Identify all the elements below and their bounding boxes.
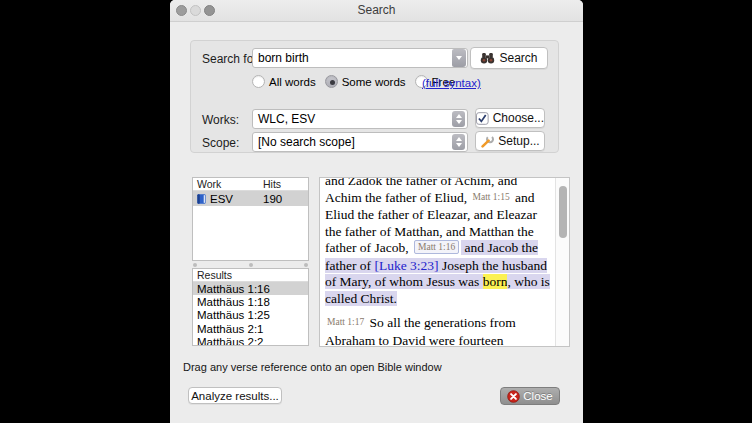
full-syntax-link[interactable]: (full syntax) <box>422 77 481 89</box>
hit-count: 190 <box>263 193 282 205</box>
search-button-label: Search <box>499 51 537 65</box>
results-header: Results <box>193 269 308 282</box>
binoculars-icon <box>480 52 495 64</box>
works-label: Works: <box>202 113 239 127</box>
hits-table-row[interactable]: ESV190 <box>193 191 308 206</box>
traffic-lights <box>176 5 215 16</box>
radio-icon <box>325 75 338 88</box>
search-input-combo <box>252 48 468 68</box>
result-item[interactable]: Matthäus 1:25 <box>193 309 308 322</box>
search-input[interactable] <box>253 49 452 67</box>
checkbox-checked-icon <box>476 112 489 125</box>
scope-setup-button[interactable]: Setup... <box>475 131 545 151</box>
cross-reference-link[interactable]: [Luke 3:23] <box>374 258 438 273</box>
window-title: Search <box>170 0 583 21</box>
setup-button-label: Setup... <box>498 134 539 148</box>
scope-popup[interactable]: [No search scope] <box>252 132 468 152</box>
minimize-window-button[interactable] <box>190 5 201 16</box>
verse-text-pane: and Zadok the father of Achim, and Achim… <box>319 177 570 347</box>
verse-reference-label[interactable]: Matt 1:17 <box>325 317 366 327</box>
search-button[interactable]: Search <box>470 47 548 69</box>
scrollbar-thumb[interactable] <box>559 186 567 238</box>
results-list: Results Matthäus 1:16Matthäus 1:18Matthä… <box>192 268 309 346</box>
panel-splitter[interactable] <box>192 261 309 268</box>
result-item[interactable]: Matthäus 2:1 <box>193 322 308 335</box>
close-window-button[interactable] <box>176 5 187 16</box>
verse-text-content[interactable]: and Zadok the father of Achim, and Achim… <box>320 178 555 346</box>
close-button[interactable]: Close <box>500 387 560 405</box>
close-button-label: Close <box>523 390 552 402</box>
results-items: Matthäus 1:16Matthäus 1:18Matthäus 1:25M… <box>193 282 308 346</box>
splitter-handle <box>249 263 253 267</box>
verse-paragraph: and Zadok the father of Achim, and Achim… <box>325 178 552 307</box>
search-window: Search Search for: <box>170 0 583 423</box>
splitter-handle <box>193 263 197 267</box>
works-popup[interactable]: WLC, ESV <box>252 109 468 129</box>
result-item[interactable]: Matthäus 1:18 <box>193 295 308 308</box>
choose-button-label: Choose... <box>493 111 544 125</box>
hits-table: Work Hits ESV190 <box>192 177 309 261</box>
verse-reference-label[interactable]: Matt 1:15 <box>470 192 511 202</box>
desktop-background: Search Search for: <box>0 0 752 423</box>
works-popup-value: WLC, ESV <box>253 112 452 126</box>
choose-works-button[interactable]: Choose... <box>475 108 545 128</box>
radio-all-words[interactable]: All words <box>252 75 316 88</box>
verse-paragraph: Matt 1:17 So all the generations from Ab… <box>325 315 552 346</box>
search-hit-highlight: born <box>483 274 508 289</box>
work-name: ESV <box>210 193 233 205</box>
chevron-down-icon <box>456 56 462 60</box>
radio-label: Some words <box>342 76 406 88</box>
radio-label: All words <box>269 76 316 88</box>
drag-hint-text: Drag any verse reference onto an open Bi… <box>183 361 442 373</box>
search-options-panel: Search for: Search <box>190 40 559 153</box>
up-down-stepper-icon <box>452 111 465 127</box>
splitter-handle <box>304 263 308 267</box>
result-item[interactable]: Matthäus 1:16 <box>193 282 308 295</box>
scope-label: Scope: <box>202 136 239 150</box>
search-history-dropdown-button[interactable] <box>452 49 466 67</box>
column-header-work[interactable]: Work <box>193 178 263 190</box>
scope-popup-value: [No search scope] <box>253 135 452 149</box>
wrench-icon <box>480 135 494 148</box>
column-header-hits[interactable]: Hits <box>263 178 281 190</box>
radio-some-words[interactable]: Some words <box>325 75 406 88</box>
hits-table-header[interactable]: Work Hits <box>193 178 308 191</box>
vertical-scrollbar[interactable] <box>555 178 569 346</box>
analyze-results-button[interactable]: Analyze results... <box>188 387 282 404</box>
up-down-stepper-icon <box>452 134 465 150</box>
window-titlebar[interactable]: Search <box>170 0 583 22</box>
selected-verse-reference[interactable]: Matt 1:16 <box>414 240 459 254</box>
zoom-window-button[interactable] <box>204 5 215 16</box>
result-item[interactable]: Matthäus 2:2 <box>193 335 308 346</box>
book-icon <box>196 193 207 205</box>
radio-icon <box>252 75 265 88</box>
hits-table-rows: ESV190 <box>193 191 308 206</box>
close-circle-icon <box>507 390 520 403</box>
